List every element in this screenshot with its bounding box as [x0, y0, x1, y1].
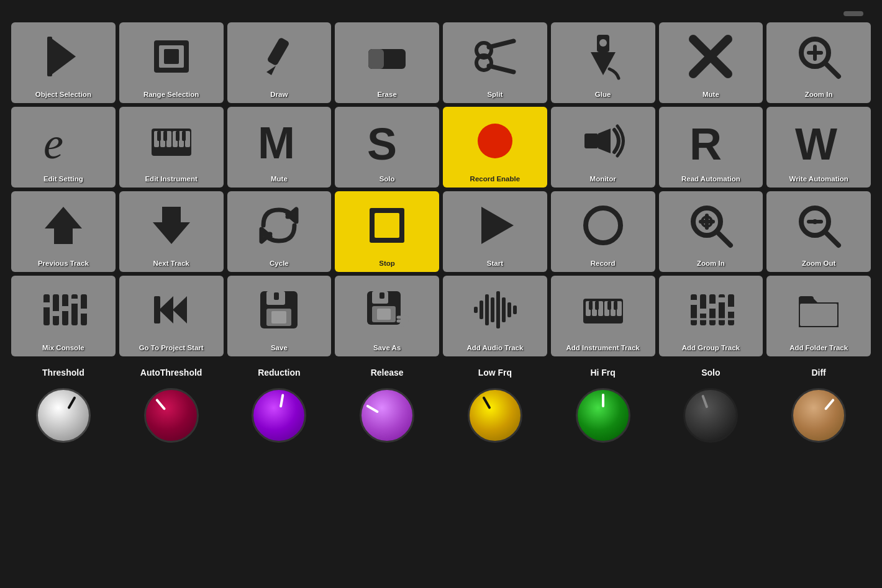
hi-frq-knob[interactable] [576, 388, 630, 443]
erase-button[interactable]: Erase [335, 22, 439, 103]
speaker-icon [551, 107, 655, 175]
write-automation-label: Write Automation [787, 175, 851, 185]
erase-icon [335, 22, 439, 91]
save-as-button[interactable]: Save As [335, 276, 439, 356]
record-enable-label: Record Enable [468, 175, 523, 185]
piano-icon [119, 107, 224, 175]
solo-knob-knob[interactable] [683, 388, 738, 443]
mute-x-button[interactable]: Mute [659, 22, 763, 103]
svg-rect-36 [584, 133, 598, 148]
edit-instrument-button[interactable]: Edit Instrument [119, 107, 224, 188]
hi-frq-wrap [551, 381, 655, 450]
edit-setting-button[interactable]: eEdit Setting [11, 107, 116, 188]
svg-marker-40 [45, 207, 82, 244]
stop-button[interactable]: Stop [335, 191, 439, 272]
write-automation-button[interactable]: WWrite Automation [766, 107, 871, 188]
svg-marker-6 [266, 66, 276, 75]
svg-rect-96 [614, 301, 617, 310]
previous-track-label: Previous Track [35, 260, 91, 269]
svg-rect-103 [698, 309, 708, 314]
rewind-icon [119, 276, 224, 344]
svg-rect-78 [474, 307, 478, 313]
svg-marker-65 [173, 296, 187, 323]
svg-rect-79 [480, 301, 483, 319]
cycle-icon [227, 191, 332, 260]
zoom-in-top-button[interactable]: Zoom In [766, 22, 871, 103]
add-folder-track-label: Add Folder Track [787, 344, 850, 354]
range-selection-button[interactable]: Range Selection [119, 22, 224, 103]
glue-button[interactable]: Glue [551, 22, 655, 103]
save-label: Save [268, 344, 290, 354]
object-selection-button[interactable]: Object Selection [11, 22, 116, 103]
svg-point-45 [586, 208, 621, 243]
add-audio-track-button[interactable]: Add Audio Track [443, 276, 547, 356]
range-icon [119, 22, 224, 91]
mute-m-label: Mute [268, 175, 290, 185]
svg-point-54 [812, 219, 817, 224]
svg-text:S: S [367, 119, 397, 166]
svg-rect-5 [267, 37, 291, 66]
release-knob[interactable] [360, 388, 414, 443]
diff-knob[interactable] [791, 388, 846, 443]
record-circle-icon [551, 191, 655, 260]
svg-rect-72 [274, 292, 279, 300]
monitor-button[interactable]: Monitor [551, 107, 655, 188]
reduction-label: Reduction [227, 368, 332, 378]
draw-button[interactable]: Draw [227, 22, 332, 103]
svg-rect-61 [51, 311, 61, 316]
svg-rect-71 [271, 311, 286, 323]
svg-rect-30 [163, 131, 167, 141]
stop-label: Stop [376, 260, 398, 269]
arrow-icon [11, 22, 116, 91]
save-button[interactable]: Save [227, 276, 332, 356]
mute-x-icon [659, 22, 763, 91]
mix-console-button[interactable]: Mix Console [11, 276, 116, 356]
zoom-in-icon [766, 22, 871, 91]
svg-marker-44 [481, 207, 514, 244]
next-track-button[interactable]: Next Track [119, 191, 224, 272]
start-label: Start [484, 260, 506, 269]
play-icon [443, 191, 547, 260]
svg-rect-109 [800, 304, 837, 326]
go-to-project-start-button[interactable]: Go To Project Start [119, 276, 224, 356]
write-w-icon: W [766, 107, 871, 175]
go-to-project-start-label: Go To Project Start [137, 344, 206, 354]
reduction-knob[interactable] [252, 388, 306, 443]
autothreshold-knob[interactable] [144, 388, 199, 443]
svg-rect-92 [617, 301, 622, 316]
mixer-icon [11, 276, 116, 344]
record-dot-icon [443, 107, 547, 175]
low-frq-knob[interactable] [468, 388, 522, 443]
mute-m-button[interactable]: MMute [227, 107, 332, 188]
split-button[interactable]: Split [443, 22, 547, 103]
read-automation-button[interactable]: RRead Automation [659, 107, 763, 188]
svg-line-12 [489, 66, 514, 72]
solo-s-icon: S [335, 107, 439, 175]
svg-line-11 [489, 41, 514, 47]
previous-track-button[interactable]: Previous Track [11, 191, 116, 272]
threshold-knob[interactable] [36, 388, 91, 443]
add-instrument-track-button[interactable]: Add Instrument Track [551, 276, 655, 356]
cycle-button[interactable]: Cycle [227, 191, 332, 272]
record-btn-button[interactable]: Record [551, 191, 655, 272]
svg-line-47 [717, 232, 730, 245]
add-group-track-button[interactable]: Add Group Track [659, 276, 763, 356]
add-folder-track-button[interactable]: Add Folder Track [766, 276, 871, 356]
zoom-out-button[interactable]: Zoom Out [766, 191, 871, 272]
next-track-label: Next Track [151, 260, 192, 269]
solo-s-button[interactable]: SSolo [335, 107, 439, 188]
draw-label: Draw [268, 91, 290, 101]
record-enable-button[interactable]: Record Enable [443, 107, 547, 188]
draw-icon [227, 22, 332, 91]
svg-rect-99 [709, 294, 716, 325]
svg-marker-66 [159, 296, 173, 323]
zoom-in-mid-button[interactable]: Zoom In [659, 191, 763, 272]
diff-label: Diff [766, 368, 871, 378]
svg-marker-41 [153, 207, 190, 244]
svg-rect-8 [368, 49, 384, 69]
svg-rect-80 [485, 294, 489, 325]
start-button[interactable]: Start [443, 191, 547, 272]
mix-console-label: Mix Console [40, 344, 87, 354]
svg-rect-64 [79, 309, 88, 314]
svg-rect-76 [377, 309, 391, 320]
